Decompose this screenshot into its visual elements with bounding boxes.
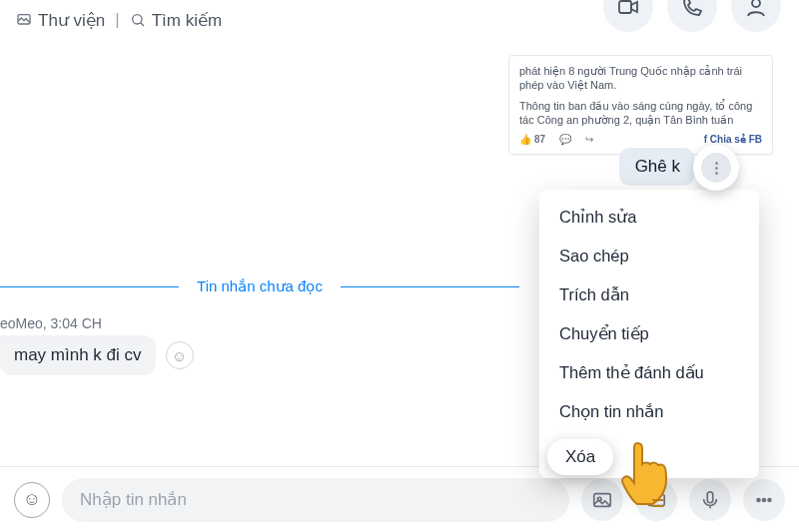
profile-button[interactable] [731, 0, 781, 32]
card-line-1: phát hiện 8 người Trung Quốc nhập cảnh t… [519, 64, 762, 93]
phone-icon [680, 0, 704, 19]
menu-bookmark[interactable]: Thêm thẻ đánh dấu [539, 353, 759, 392]
own-message-text: Ghê k [635, 157, 680, 176]
more-button-highlight [693, 145, 739, 191]
card-stats: 👍 87 💬 ↪ f Chia sẻ FB [519, 133, 762, 146]
emoji-button[interactable]: ☺ [14, 482, 50, 518]
like-count: 👍 87 [519, 133, 545, 146]
search-label[interactable]: Tìm kiếm [152, 10, 222, 31]
library-label: Thư viện [38, 10, 105, 31]
menu-quote[interactable]: Trích dẫn [539, 275, 759, 314]
react-button[interactable]: ☺ [166, 341, 194, 369]
svg-point-3 [752, 0, 760, 7]
card-line-2: Thông tin ban đầu vào sáng cùng ngày, tổ… [519, 99, 762, 128]
comment-icon: 💬 [559, 133, 571, 146]
own-message-bubble[interactable]: Ghê k [619, 148, 694, 186]
incoming-text: may mình k đi cv [14, 345, 142, 364]
menu-select[interactable]: Chọn tin nhắn [539, 392, 759, 431]
svg-rect-2 [619, 1, 631, 13]
menu-edit[interactable]: Chỉnh sửa [539, 198, 759, 237]
unread-divider: Tin nhắn chưa đọc [0, 277, 519, 295]
mic-button[interactable] [689, 479, 731, 521]
search-icon [130, 12, 146, 28]
more-button[interactable] [701, 153, 731, 183]
menu-copy[interactable]: Sao chép [539, 237, 759, 275]
voice-call-button[interactable] [667, 0, 717, 32]
delete-pill[interactable]: Xóa [547, 439, 613, 475]
share-icon: ↪ [585, 133, 593, 146]
more-composer-button[interactable] [743, 479, 785, 521]
image-icon [16, 12, 32, 28]
svg-rect-8 [707, 491, 713, 502]
message-input[interactable]: Nhập tin nhắn [62, 478, 569, 522]
unread-label: Tin nhắn chưa đọc [179, 277, 341, 295]
separator: | [115, 10, 119, 30]
link-preview-card[interactable]: phát hiện 8 người Trung Quốc nhập cảnh t… [508, 55, 773, 155]
svg-point-9 [757, 498, 760, 501]
delete-pill-label: Xóa [565, 447, 595, 466]
svg-point-1 [132, 15, 141, 24]
context-menu: Chỉnh sửa Sao chép Trích dẫn Chuyển tiếp… [539, 190, 759, 478]
svg-point-10 [763, 498, 766, 501]
header-actions [603, 0, 781, 32]
incoming-bubble[interactable]: may mình k đi cv [0, 335, 156, 375]
incoming-message: may mình k đi cv ☺ [0, 335, 194, 375]
video-call-button[interactable] [603, 0, 653, 32]
mic-icon [699, 489, 721, 511]
svg-point-11 [768, 498, 771, 501]
photo-icon [591, 489, 613, 511]
placeholder-text: Nhập tin nhắn [80, 489, 187, 510]
message-meta: eoMeo, 3:04 CH [0, 315, 102, 331]
top-bar: Thư viện | Tìm kiếm [0, 0, 799, 40]
pointer-hand-icon [611, 437, 679, 521]
ellipsis-icon [753, 489, 775, 511]
library-link[interactable]: Thư viện | Tìm kiếm [16, 10, 222, 31]
menu-forward[interactable]: Chuyển tiếp [539, 314, 759, 353]
video-icon [616, 0, 640, 19]
person-icon [744, 0, 768, 19]
